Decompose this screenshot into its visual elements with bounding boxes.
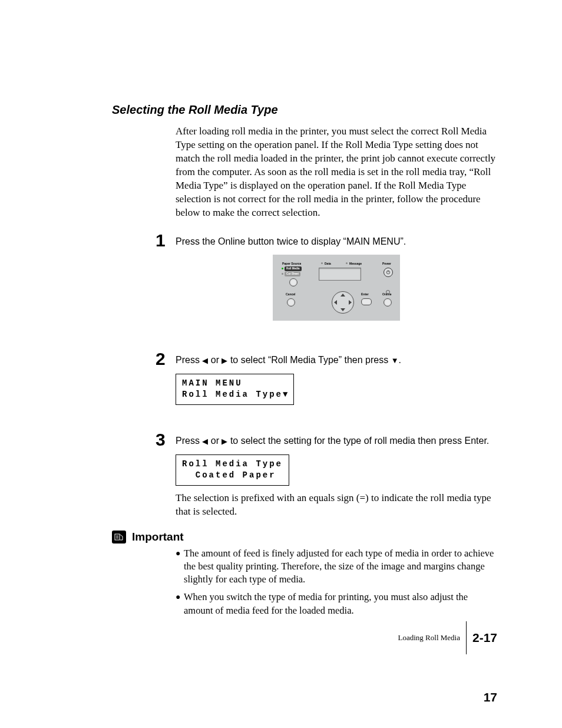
footer-divider	[466, 621, 467, 654]
step-text-part: Press	[176, 436, 202, 446]
operation-panel-figure: Paper Source Roll Media Cut Sheet Data M…	[176, 255, 497, 321]
bullet-dot-icon: ●	[176, 547, 184, 587]
dpad-up-icon	[340, 294, 345, 297]
right-arrow-icon: ▶	[222, 437, 227, 446]
led-message	[346, 262, 348, 264]
paper-source-button	[289, 278, 297, 286]
enter-button	[361, 298, 372, 305]
bullet-item: ● When you switch the type of media for …	[176, 591, 497, 617]
dpad	[332, 291, 354, 314]
lcd-display: MAIN MENU Roll Media Type▼	[176, 374, 294, 405]
lcd-line: Roll Media Type	[182, 459, 283, 469]
down-arrow-icon: ▼	[283, 390, 287, 399]
down-arrow-icon: ▼	[391, 356, 399, 365]
step-text-part: or	[208, 436, 222, 446]
label-data: Data	[325, 262, 331, 266]
step-text-part: to select the setting for the type of ro…	[227, 436, 489, 446]
step-body: Press the Online button twice to display…	[176, 235, 497, 342]
step-text-part: or	[208, 355, 222, 365]
step-1: 1 Press the Online button twice to displ…	[112, 235, 497, 342]
label-power: Power	[382, 262, 391, 266]
label-paper-source: Paper Source	[282, 262, 301, 266]
dpad-right-icon	[349, 300, 352, 305]
lcd-screen	[319, 268, 361, 281]
led-cut-sheet	[282, 273, 283, 275]
step-text-part: .	[399, 355, 401, 365]
important-icon	[112, 531, 126, 543]
step-text: Press the Online button twice to display…	[176, 236, 406, 246]
important-header: Important	[112, 531, 497, 543]
power-button	[384, 268, 393, 277]
dpad-down-icon	[340, 308, 345, 311]
bullet-text: When you switch the type of media for pr…	[184, 591, 497, 617]
pill-roll-media: Roll Media	[285, 266, 302, 271]
step-body: Press ◀ or ▶ to select the setting for t…	[176, 434, 497, 519]
label-message: Message	[349, 262, 362, 266]
intro-paragraph: After loading roll media in the printer,…	[176, 125, 497, 220]
led-roll-media	[282, 268, 283, 269]
step-after-text: The selection is prefixed with an equals…	[176, 492, 497, 519]
bottom-page-number: 17	[484, 690, 497, 704]
step-2: 2 Press ◀ or ▶ to select “Roll Media Typ…	[112, 354, 497, 405]
footer-title: Loading Roll Media	[398, 633, 460, 643]
left-arrow-icon: ◀	[202, 356, 208, 365]
left-arrow-icon: ◀	[202, 437, 208, 446]
step-body: Press ◀ or ▶ to select “Roll Media Type”…	[176, 354, 497, 405]
bullet-dot-icon: ●	[176, 591, 184, 617]
dpad-left-icon	[334, 300, 337, 305]
important-label: Important	[132, 531, 184, 543]
operation-panel: Paper Source Roll Media Cut Sheet Data M…	[273, 255, 400, 321]
lcd-display: Roll Media Type Coated Paper	[176, 454, 289, 486]
section-heading: Selecting the Roll Media Type	[112, 103, 497, 117]
page-footer: Loading Roll Media 2-17	[398, 621, 497, 654]
right-arrow-icon: ▶	[222, 356, 227, 365]
lcd-line: Coated Paper	[182, 470, 276, 480]
bullet-item: ● The amount of feed is finely adjusted …	[176, 547, 497, 587]
led-data	[321, 262, 323, 264]
step-number: 1	[156, 232, 176, 249]
lcd-line: MAIN MENU	[182, 378, 243, 388]
lcd-line: Roll Media Type	[182, 390, 283, 399]
step-3: 3 Press ◀ or ▶ to select the setting for…	[112, 434, 497, 519]
step-number: 3	[156, 431, 176, 449]
online-button	[384, 298, 392, 307]
step-text-part: Press	[176, 355, 202, 365]
step-number: 2	[156, 350, 176, 368]
bullet-text: The amount of feed is finely adjusted fo…	[184, 547, 497, 587]
label-enter: Enter	[361, 292, 369, 297]
cancel-button	[287, 298, 295, 307]
pill-cut-sheet: Cut Sheet	[285, 272, 300, 276]
label-cancel: Cancel	[286, 292, 295, 297]
step-text-part: to select “Roll Media Type” then press	[227, 355, 391, 365]
footer-page-number: 2-17	[472, 631, 497, 645]
important-bullets: ● The amount of feed is finely adjusted …	[176, 547, 497, 617]
